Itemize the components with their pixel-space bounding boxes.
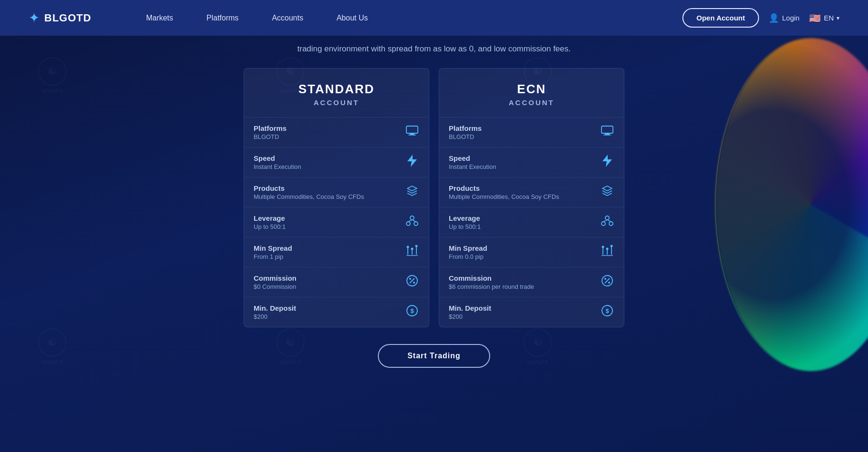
standard-speed-row: Speed Instant Execution xyxy=(244,147,429,177)
ecn-leverage-value: Up to 500:1 xyxy=(449,223,593,230)
login-label: Login xyxy=(782,14,799,22)
svg-marker-3 xyxy=(407,155,417,167)
svg-line-7 xyxy=(408,220,412,222)
svg-point-5 xyxy=(414,222,418,226)
ecn-commission-row: Commission $6 commission per round trade xyxy=(439,267,624,297)
start-trading-button[interactable]: Start Trading xyxy=(378,344,490,368)
ecn-commission-value: $6 commission per round trade xyxy=(449,283,593,290)
ecn-products-label: Products xyxy=(449,184,593,192)
svg-point-6 xyxy=(410,216,414,220)
svg-rect-24 xyxy=(603,135,611,136)
nav-item-markets[interactable]: Markets xyxy=(129,0,190,36)
standard-platforms-value: BLGOTD xyxy=(254,133,398,140)
standard-platforms-row: Platforms BLGOTD xyxy=(244,118,429,147)
ecn-speed-row: Speed Instant Execution xyxy=(439,147,624,177)
commission-icon xyxy=(405,275,419,290)
svg-point-13 xyxy=(407,246,409,248)
ecn-speed-label: Speed xyxy=(449,154,593,162)
svg-line-29 xyxy=(603,220,607,222)
ecn-products-row: Products Multiple Commodities, Cocoa Soy… xyxy=(439,177,624,207)
language-selector[interactable]: 🇺🇸 EN ▾ xyxy=(809,12,839,24)
svg-point-40 xyxy=(604,278,606,280)
svg-point-19 xyxy=(413,282,415,284)
svg-text:$: $ xyxy=(410,307,414,314)
ecn-deposit-label: Min. Deposit xyxy=(449,304,593,312)
chevron-down-icon: ▾ xyxy=(837,15,839,21)
standard-spread-row: Min Spread From 1 pip xyxy=(244,237,429,267)
ecn-subtitle: ACCOUNT xyxy=(449,98,614,107)
ecn-deposit-value: $200 xyxy=(449,313,593,320)
standard-deposit-row: Min. Deposit $200 $ xyxy=(244,297,429,327)
ecn-leverage-icon xyxy=(600,215,614,229)
standard-commission-row: Commission $0 Commission xyxy=(244,267,429,297)
standard-speed-value: Instant Execution xyxy=(254,163,398,170)
ecn-leverage-label: Leverage xyxy=(449,214,593,222)
standard-commission-value: $0 Commission xyxy=(254,283,398,290)
ecn-deposit-icon: $ xyxy=(600,305,614,320)
svg-point-41 xyxy=(608,282,610,284)
svg-point-28 xyxy=(605,216,609,220)
bottom-area: Start Trading xyxy=(0,344,868,368)
ecn-platforms-label: Platforms xyxy=(449,124,593,132)
standard-products-row: Products Multiple Commodities, Cocoa Soy… xyxy=(244,177,429,207)
svg-point-36 xyxy=(606,248,609,250)
brand-name: BLGOTD xyxy=(44,12,91,24)
ecn-account-card: ECN ACCOUNT Platforms BLGOTD Speed Insta… xyxy=(439,68,624,327)
svg-point-14 xyxy=(411,248,414,250)
svg-point-35 xyxy=(602,246,604,248)
spread-icon xyxy=(405,245,419,259)
svg-point-26 xyxy=(602,222,605,226)
svg-line-30 xyxy=(607,220,611,222)
svg-point-18 xyxy=(409,278,411,280)
logo-icon: ✦ xyxy=(29,10,39,26)
deposit-icon: $ xyxy=(405,305,419,320)
standard-commission-label: Commission xyxy=(254,274,398,282)
leverage-icon xyxy=(405,215,419,229)
nav-item-about[interactable]: About Us xyxy=(320,0,385,36)
ecn-speed-icon xyxy=(600,155,614,170)
standard-products-label: Products xyxy=(254,184,398,192)
ecn-spread-label: Min Spread xyxy=(449,244,593,252)
standard-leverage-value: Up to 500:1 xyxy=(254,223,398,230)
standard-subtitle: ACCOUNT xyxy=(254,98,419,107)
ecn-spread-row: Min Spread From 0.0 pip xyxy=(439,237,624,267)
svg-point-37 xyxy=(611,245,613,247)
standard-deposit-label: Min. Deposit xyxy=(254,304,398,312)
svg-rect-22 xyxy=(602,126,613,133)
svg-text:$: $ xyxy=(605,307,609,314)
lang-label: EN xyxy=(824,14,834,22)
ecn-speed-value: Instant Execution xyxy=(449,163,593,170)
standard-spread-label: Min Spread xyxy=(254,244,398,252)
standard-deposit-value: $200 xyxy=(254,313,398,320)
standard-title: STANDARD xyxy=(254,82,419,97)
ecn-platforms-value: BLGOTD xyxy=(449,133,593,140)
ecn-spread-value: From 0.0 pip xyxy=(449,253,593,260)
nav-item-accounts[interactable]: Accounts xyxy=(255,0,320,36)
ecn-commission-icon xyxy=(600,275,614,290)
subtitle-bar: trading environment with spread from as … xyxy=(0,36,868,68)
ecn-products-value: Multiple Commodities, Cocoa Soy CFDs xyxy=(449,193,593,200)
standard-speed-label: Speed xyxy=(254,154,398,162)
login-area[interactable]: 👤 Login xyxy=(769,13,799,23)
standard-account-card: STANDARD ACCOUNT Platforms BLGOTD Speed … xyxy=(244,68,429,327)
user-icon: 👤 xyxy=(769,13,779,23)
ecn-title: ECN xyxy=(449,82,614,97)
nav-item-platforms[interactable]: Platforms xyxy=(190,0,256,36)
ecn-platforms-icon xyxy=(600,126,614,139)
svg-marker-25 xyxy=(602,155,612,167)
platforms-icon xyxy=(405,126,419,139)
logo[interactable]: ✦ BLGOTD xyxy=(29,10,91,26)
standard-products-value: Multiple Commodities, Cocoa Soy CFDs xyxy=(254,193,398,200)
standard-platforms-label: Platforms xyxy=(254,124,398,132)
svg-rect-2 xyxy=(408,135,416,136)
svg-rect-0 xyxy=(406,126,418,133)
ecn-card-header: ECN ACCOUNT xyxy=(439,69,624,118)
standard-card-header: STANDARD ACCOUNT xyxy=(244,69,429,118)
svg-point-27 xyxy=(609,222,613,226)
standard-leverage-row: Leverage Up to 500:1 xyxy=(244,207,429,237)
svg-line-8 xyxy=(412,220,416,222)
subtitle-text: trading environment with spread from as … xyxy=(297,44,571,53)
open-account-button[interactable]: Open Account xyxy=(682,8,760,28)
nav-right: Open Account 👤 Login 🇺🇸 EN ▾ xyxy=(682,8,840,28)
svg-point-4 xyxy=(406,222,410,226)
